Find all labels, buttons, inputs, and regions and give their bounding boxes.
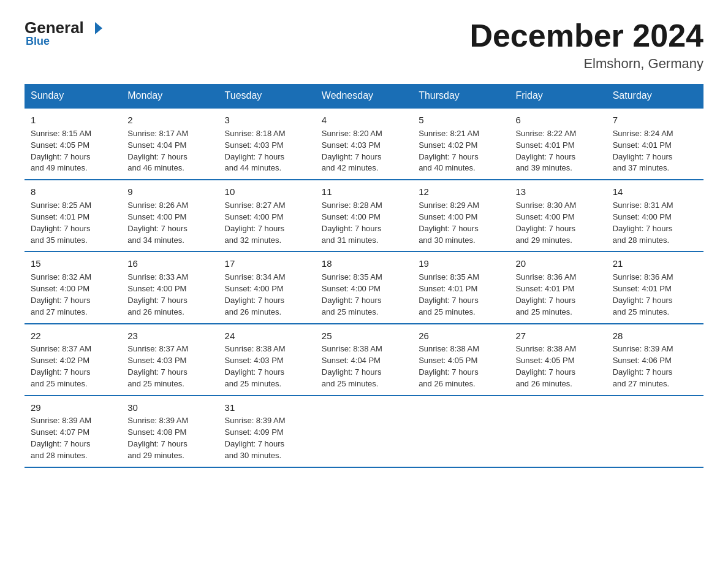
calendar-cell: 28Sunrise: 8:39 AMSunset: 4:06 PMDayligh… xyxy=(607,324,703,396)
day-info: Sunrise: 8:26 AMSunset: 4:00 PMDaylight:… xyxy=(127,200,212,246)
day-info: Sunrise: 8:35 AMSunset: 4:01 PMDaylight:… xyxy=(419,272,503,318)
day-info: Sunrise: 8:39 AMSunset: 4:08 PMDaylight:… xyxy=(127,415,212,461)
calendar-cell: 10Sunrise: 8:27 AMSunset: 4:00 PMDayligh… xyxy=(219,180,316,251)
day-number: 12 xyxy=(419,185,503,199)
day-info: Sunrise: 8:38 AMSunset: 4:04 PMDaylight:… xyxy=(322,343,406,389)
day-info: Sunrise: 8:38 AMSunset: 4:05 PMDaylight:… xyxy=(419,343,503,389)
day-number: 11 xyxy=(322,185,406,199)
calendar-cell: 9Sunrise: 8:26 AMSunset: 4:00 PMDaylight… xyxy=(121,180,218,251)
header-thursday: Thursday xyxy=(412,84,509,108)
calendar-cell: 27Sunrise: 8:38 AMSunset: 4:05 PMDayligh… xyxy=(509,324,606,396)
calendar-cell: 6Sunrise: 8:22 AMSunset: 4:01 PMDaylight… xyxy=(509,108,606,180)
day-info: Sunrise: 8:29 AMSunset: 4:00 PMDaylight:… xyxy=(419,200,503,246)
day-number: 5 xyxy=(419,113,503,127)
day-info: Sunrise: 8:39 AMSunset: 4:09 PMDaylight:… xyxy=(225,415,309,461)
day-info: Sunrise: 8:22 AMSunset: 4:01 PMDaylight:… xyxy=(515,128,600,174)
calendar-cell: 29Sunrise: 8:39 AMSunset: 4:07 PMDayligh… xyxy=(25,396,121,467)
day-number: 22 xyxy=(31,329,115,343)
calendar-cell: 12Sunrise: 8:29 AMSunset: 4:00 PMDayligh… xyxy=(412,180,509,251)
day-info: Sunrise: 8:18 AMSunset: 4:03 PMDaylight:… xyxy=(225,128,309,174)
day-info: Sunrise: 8:32 AMSunset: 4:00 PMDaylight:… xyxy=(31,272,115,318)
page-header: General Blue December 2024 Elmshorn, Ger… xyxy=(25,18,703,72)
calendar-cell: 3Sunrise: 8:18 AMSunset: 4:03 PMDaylight… xyxy=(219,108,316,180)
calendar-cell: 18Sunrise: 8:35 AMSunset: 4:00 PMDayligh… xyxy=(316,251,412,323)
calendar-cell xyxy=(412,396,509,467)
day-number: 17 xyxy=(225,257,309,270)
day-info: Sunrise: 8:35 AMSunset: 4:00 PMDaylight:… xyxy=(322,272,406,318)
calendar-cell: 26Sunrise: 8:38 AMSunset: 4:05 PMDayligh… xyxy=(412,324,509,396)
calendar-cell: 15Sunrise: 8:32 AMSunset: 4:00 PMDayligh… xyxy=(25,251,121,323)
day-number: 31 xyxy=(225,401,309,415)
day-number: 20 xyxy=(515,257,600,270)
day-number: 18 xyxy=(322,257,406,270)
day-info: Sunrise: 8:20 AMSunset: 4:03 PMDaylight:… xyxy=(322,128,406,174)
calendar-cell: 17Sunrise: 8:34 AMSunset: 4:00 PMDayligh… xyxy=(219,251,316,323)
calendar-cell: 25Sunrise: 8:38 AMSunset: 4:04 PMDayligh… xyxy=(316,324,412,396)
day-info: Sunrise: 8:25 AMSunset: 4:01 PMDaylight:… xyxy=(31,200,115,246)
calendar-cell: 2Sunrise: 8:17 AMSunset: 4:04 PMDaylight… xyxy=(121,108,218,180)
logo-blue-text: Blue xyxy=(26,35,50,48)
calendar-table: SundayMondayTuesdayWednesdayThursdayFrid… xyxy=(25,84,703,468)
day-info: Sunrise: 8:15 AMSunset: 4:05 PMDaylight:… xyxy=(31,128,115,174)
day-number: 3 xyxy=(225,113,309,127)
day-info: Sunrise: 8:33 AMSunset: 4:00 PMDaylight:… xyxy=(127,272,212,318)
title-block: December 2024 Elmshorn, Germany xyxy=(469,18,703,72)
day-number: 2 xyxy=(127,113,212,127)
calendar-title: December 2024 xyxy=(469,18,703,53)
day-number: 8 xyxy=(31,185,115,199)
day-info: Sunrise: 8:24 AMSunset: 4:01 PMDaylight:… xyxy=(613,128,697,174)
header-saturday: Saturday xyxy=(607,84,703,108)
logo-icon xyxy=(85,20,105,37)
calendar-cell: 24Sunrise: 8:38 AMSunset: 4:03 PMDayligh… xyxy=(219,324,316,396)
day-number: 27 xyxy=(515,329,600,343)
calendar-cell: 7Sunrise: 8:24 AMSunset: 4:01 PMDaylight… xyxy=(607,108,703,180)
day-number: 28 xyxy=(613,329,697,343)
calendar-cell: 20Sunrise: 8:36 AMSunset: 4:01 PMDayligh… xyxy=(509,251,606,323)
calendar-cell: 14Sunrise: 8:31 AMSunset: 4:00 PMDayligh… xyxy=(607,180,703,251)
day-info: Sunrise: 8:38 AMSunset: 4:05 PMDaylight:… xyxy=(515,343,600,389)
day-info: Sunrise: 8:28 AMSunset: 4:00 PMDaylight:… xyxy=(322,200,406,246)
week-row-1: 1Sunrise: 8:15 AMSunset: 4:05 PMDaylight… xyxy=(25,108,703,180)
day-info: Sunrise: 8:21 AMSunset: 4:02 PMDaylight:… xyxy=(419,128,503,174)
calendar-cell: 4Sunrise: 8:20 AMSunset: 4:03 PMDaylight… xyxy=(316,108,412,180)
day-number: 29 xyxy=(31,401,115,415)
day-number: 26 xyxy=(419,329,503,343)
day-number: 24 xyxy=(225,329,309,343)
day-info: Sunrise: 8:36 AMSunset: 4:01 PMDaylight:… xyxy=(613,272,697,318)
day-info: Sunrise: 8:27 AMSunset: 4:00 PMDaylight:… xyxy=(225,200,309,246)
day-number: 23 xyxy=(127,329,212,343)
day-number: 21 xyxy=(613,257,697,270)
day-info: Sunrise: 8:30 AMSunset: 4:00 PMDaylight:… xyxy=(515,200,600,246)
day-number: 14 xyxy=(613,185,697,199)
day-info: Sunrise: 8:37 AMSunset: 4:02 PMDaylight:… xyxy=(31,343,115,389)
calendar-cell: 1Sunrise: 8:15 AMSunset: 4:05 PMDaylight… xyxy=(25,108,121,180)
calendar-cell xyxy=(316,396,412,467)
day-info: Sunrise: 8:17 AMSunset: 4:04 PMDaylight:… xyxy=(127,128,212,174)
calendar-cell: 8Sunrise: 8:25 AMSunset: 4:01 PMDaylight… xyxy=(25,180,121,251)
day-info: Sunrise: 8:34 AMSunset: 4:00 PMDaylight:… xyxy=(225,272,309,318)
day-info: Sunrise: 8:36 AMSunset: 4:01 PMDaylight:… xyxy=(515,272,600,318)
day-number: 7 xyxy=(613,113,697,127)
week-row-2: 8Sunrise: 8:25 AMSunset: 4:01 PMDaylight… xyxy=(25,180,703,251)
day-number: 1 xyxy=(31,113,115,127)
calendar-cell xyxy=(607,396,703,467)
day-number: 13 xyxy=(515,185,600,199)
calendar-cell xyxy=(509,396,606,467)
week-row-5: 29Sunrise: 8:39 AMSunset: 4:07 PMDayligh… xyxy=(25,396,703,467)
day-number: 6 xyxy=(515,113,600,127)
calendar-cell: 5Sunrise: 8:21 AMSunset: 4:02 PMDaylight… xyxy=(412,108,509,180)
calendar-cell: 21Sunrise: 8:36 AMSunset: 4:01 PMDayligh… xyxy=(607,251,703,323)
calendar-cell: 11Sunrise: 8:28 AMSunset: 4:00 PMDayligh… xyxy=(316,180,412,251)
calendar-cell: 30Sunrise: 8:39 AMSunset: 4:08 PMDayligh… xyxy=(121,396,218,467)
week-row-3: 15Sunrise: 8:32 AMSunset: 4:00 PMDayligh… xyxy=(25,251,703,323)
day-number: 16 xyxy=(127,257,212,270)
day-number: 10 xyxy=(225,185,309,199)
header-monday: Monday xyxy=(121,84,218,108)
day-number: 15 xyxy=(31,257,115,270)
header-friday: Friday xyxy=(509,84,606,108)
day-info: Sunrise: 8:31 AMSunset: 4:00 PMDaylight:… xyxy=(613,200,697,246)
day-info: Sunrise: 8:39 AMSunset: 4:06 PMDaylight:… xyxy=(613,343,697,389)
day-info: Sunrise: 8:39 AMSunset: 4:07 PMDaylight:… xyxy=(31,415,115,461)
header-wednesday: Wednesday xyxy=(316,84,412,108)
day-number: 19 xyxy=(419,257,503,270)
